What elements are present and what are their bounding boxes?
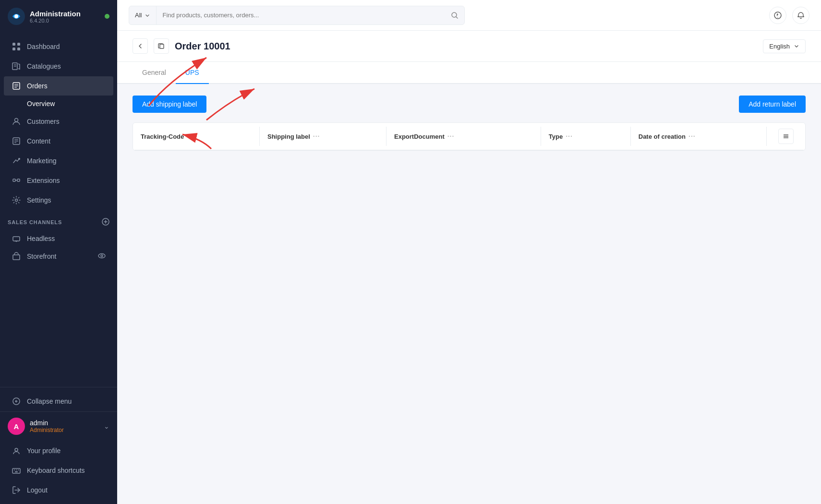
main-area: All Order 10001 bbox=[117, 0, 821, 504]
th-type[interactable]: Type ··· bbox=[541, 127, 631, 146]
page-header: Order 10001 English bbox=[117, 31, 821, 62]
profile-icon bbox=[12, 446, 21, 456]
sidebar-item-headless[interactable]: Headless bbox=[4, 230, 113, 247]
sidebar-item-overview[interactable]: Overview bbox=[4, 96, 113, 111]
svg-point-30 bbox=[15, 448, 18, 451]
content-body: Add shipping label Add return label Trac… bbox=[117, 84, 821, 162]
sidebar-item-catalogues[interactable]: Catalogues bbox=[4, 57, 113, 76]
sidebar-item-orders[interactable]: Orders bbox=[4, 76, 113, 96]
add-shipping-label-button[interactable]: Add shipping label bbox=[133, 96, 206, 113]
th-tracking-code[interactable]: Tracking-Code ··· bbox=[133, 127, 260, 146]
th-date-sort[interactable]: ··· bbox=[688, 132, 696, 140]
add-return-label-button[interactable]: Add return label bbox=[739, 96, 806, 113]
sidebar-item-dashboard-label: Dashboard bbox=[27, 43, 60, 50]
back-icon bbox=[136, 42, 144, 50]
your-profile-label: Your profile bbox=[27, 447, 60, 455]
topbar-actions bbox=[769, 7, 809, 24]
th-date-of-creation[interactable]: Date of creation ··· bbox=[631, 127, 767, 146]
th-type-sort[interactable]: ··· bbox=[566, 132, 573, 140]
sales-channels-section: Sales Channels bbox=[0, 210, 117, 229]
sidebar-item-content-label: Content bbox=[27, 137, 50, 145]
sidebar-item-customers[interactable]: Customers bbox=[4, 112, 113, 131]
search-type-label: All bbox=[135, 12, 142, 19]
user-section[interactable]: A admin Administrator ⌄ bbox=[0, 411, 117, 441]
th-export-sort[interactable]: ··· bbox=[447, 132, 455, 140]
keyboard-shortcuts-item[interactable]: Keyboard shortcuts bbox=[4, 461, 113, 480]
svg-point-1 bbox=[14, 14, 18, 18]
page-title: Order 10001 bbox=[175, 41, 757, 52]
sidebar-item-marketing[interactable]: Marketing bbox=[4, 151, 113, 170]
sidebar-item-settings[interactable]: Settings bbox=[4, 191, 113, 210]
sidebar-item-extensions[interactable]: Extensions bbox=[4, 171, 113, 190]
svg-rect-31 bbox=[12, 468, 20, 473]
app-name: Administration bbox=[30, 10, 81, 18]
search-type-chevron bbox=[145, 12, 150, 18]
svg-point-39 bbox=[777, 17, 778, 17]
notifications-button[interactable] bbox=[792, 7, 809, 24]
headless-label: Headless bbox=[27, 235, 55, 242]
svg-point-38 bbox=[774, 12, 781, 19]
tab-general[interactable]: General bbox=[133, 62, 176, 84]
user-info: admin Administrator bbox=[30, 419, 99, 433]
logout-item[interactable]: Logout bbox=[4, 480, 113, 500]
language-selector[interactable]: English bbox=[763, 39, 806, 53]
sidebar-header: Administration 6.4.20.0 bbox=[0, 0, 117, 33]
sidebar-item-catalogues-label: Catalogues bbox=[27, 62, 61, 70]
sidebar-item-orders-label: Orders bbox=[27, 82, 48, 90]
sidebar-item-settings-label: Settings bbox=[27, 196, 51, 204]
user-role: Administrator bbox=[30, 427, 99, 433]
search-wrapper: All bbox=[129, 6, 465, 25]
status-dot bbox=[105, 14, 109, 19]
app-logo bbox=[8, 8, 25, 25]
search-type-button[interactable]: All bbox=[129, 6, 157, 24]
svg-rect-5 bbox=[17, 48, 20, 50]
sidebar-item-dashboard[interactable]: Dashboard bbox=[4, 37, 113, 56]
user-avatar: A bbox=[8, 418, 25, 435]
svg-rect-2 bbox=[12, 43, 15, 46]
copy-button[interactable] bbox=[154, 38, 169, 54]
catalogue-icon bbox=[12, 61, 21, 71]
language-chevron-icon bbox=[794, 43, 799, 49]
help-icon bbox=[774, 12, 782, 19]
action-row: Add shipping label Add return label bbox=[133, 96, 806, 113]
svg-rect-3 bbox=[17, 43, 20, 46]
logout-icon bbox=[12, 485, 21, 495]
table-header: Tracking-Code ··· Shipping label ··· Exp… bbox=[133, 123, 805, 150]
table-settings-button[interactable] bbox=[778, 129, 794, 144]
search-submit-button[interactable] bbox=[445, 6, 464, 24]
add-sales-channel-icon[interactable] bbox=[102, 218, 109, 227]
storefront-visibility-icon[interactable] bbox=[98, 252, 106, 261]
tabs-bar: General UPS bbox=[117, 62, 821, 84]
th-shipping-sort[interactable]: ··· bbox=[313, 132, 320, 140]
sidebar-item-overview-label: Overview bbox=[27, 100, 55, 108]
tab-ups[interactable]: UPS bbox=[176, 62, 209, 84]
labels-table: Tracking-Code ··· Shipping label ··· Exp… bbox=[133, 122, 806, 151]
svg-rect-17 bbox=[17, 179, 20, 181]
sidebar-item-extensions-label: Extensions bbox=[27, 177, 60, 184]
svg-point-28 bbox=[101, 255, 103, 257]
th-actions bbox=[767, 123, 805, 150]
marketing-icon bbox=[12, 156, 21, 166]
your-profile-item[interactable]: Your profile bbox=[4, 441, 113, 460]
back-button[interactable] bbox=[133, 38, 148, 54]
topbar: All bbox=[117, 0, 821, 31]
table-settings-icon bbox=[783, 133, 789, 140]
copy-icon bbox=[157, 42, 165, 50]
sidebar-item-content[interactable]: Content bbox=[4, 132, 113, 151]
svg-rect-4 bbox=[12, 48, 15, 50]
svg-rect-26 bbox=[13, 255, 20, 260]
sidebar-item-storefront[interactable]: Storefront bbox=[4, 248, 113, 265]
th-export-document[interactable]: ExportDocument ··· bbox=[386, 127, 541, 146]
language-label: English bbox=[769, 43, 790, 50]
svg-point-27 bbox=[98, 253, 105, 258]
app-version: 6.4.20.0 bbox=[30, 18, 81, 24]
storefront-label: Storefront bbox=[27, 252, 56, 260]
help-button[interactable] bbox=[769, 7, 786, 24]
svg-point-15 bbox=[18, 158, 20, 160]
th-shipping-label[interactable]: Shipping label ··· bbox=[260, 127, 386, 146]
storefront-icon bbox=[12, 252, 21, 261]
th-tracking-sort[interactable]: ··· bbox=[187, 132, 194, 140]
search-input[interactable] bbox=[157, 12, 445, 19]
collapse-menu-item[interactable]: Collapse menu bbox=[4, 392, 113, 411]
keyboard-icon bbox=[12, 466, 21, 475]
